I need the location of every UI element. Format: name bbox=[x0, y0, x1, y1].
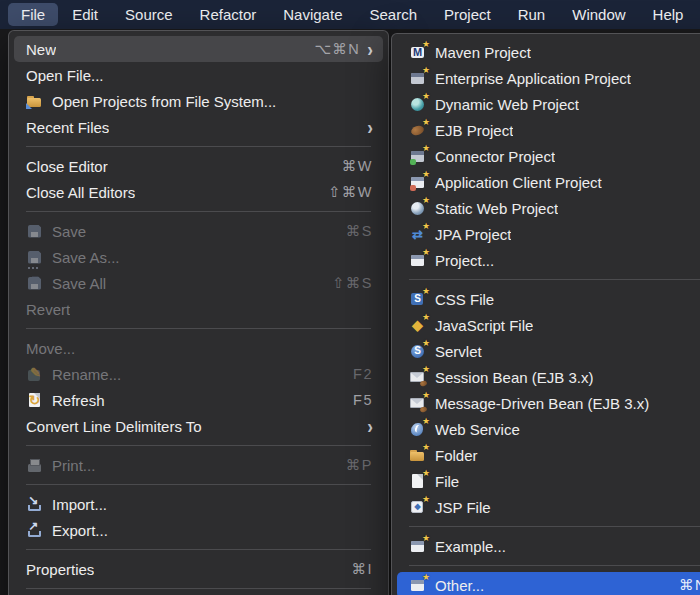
menubar-item-edit[interactable]: Edit bbox=[59, 3, 111, 26]
menubar-item-file[interactable]: File bbox=[8, 3, 58, 26]
print-icon bbox=[26, 457, 43, 474]
enterprise-application-project-icon: ★ bbox=[409, 70, 426, 87]
menubar-item-project[interactable]: Project bbox=[431, 3, 504, 26]
menu-item-maven-project[interactable]: M★Maven Project bbox=[397, 39, 700, 65]
menu-item-export[interactable]: ↗Export... bbox=[14, 517, 383, 543]
shortcut-label: ⇧⌘S bbox=[332, 275, 373, 291]
new-wizard-sparkle-icon: ★ bbox=[422, 391, 430, 400]
shortcut-label: ⌘N bbox=[679, 577, 700, 593]
menu-item-ejb-project[interactable]: ★EJB Project bbox=[397, 117, 700, 143]
menu-item-label: File bbox=[435, 473, 459, 490]
menubar-item-navigate[interactable]: Navigate bbox=[270, 3, 355, 26]
menu-item-web-service[interactable]: ★Web Service bbox=[397, 416, 700, 442]
menu-item-dynamic-web-project[interactable]: ★Dynamic Web Project bbox=[397, 91, 700, 117]
menu-item-close-editor[interactable]: Close Editor⌘W bbox=[14, 153, 383, 179]
menu-item-label: Enterprise Application Project bbox=[435, 70, 631, 87]
save-as-icon bbox=[26, 249, 43, 266]
menubar-item-help[interactable]: Help bbox=[640, 3, 697, 26]
connector-project-icon: ★ bbox=[409, 148, 426, 165]
menu-item-rename: ✎Rename...F2 bbox=[14, 361, 383, 387]
new-wizard-sparkle-icon: ★ bbox=[422, 144, 430, 153]
menu-item-label: Save As... bbox=[52, 249, 120, 266]
menu-item-label: Other... bbox=[435, 577, 484, 594]
menu-item-label: Move... bbox=[26, 340, 75, 357]
menu-separator bbox=[26, 484, 371, 485]
menu-item-close-all-editors[interactable]: Close All Editors⇧⌘W bbox=[14, 179, 383, 205]
shortcut-label: ⌥⌘N bbox=[314, 41, 360, 57]
menubar-item-run[interactable]: Run bbox=[505, 3, 559, 26]
menu-item-javascript-file[interactable]: ◆★JavaScript File bbox=[397, 312, 700, 338]
ejb-project-icon: ★ bbox=[409, 122, 426, 139]
menu-item-label: Save bbox=[52, 223, 86, 240]
menu-item-new[interactable]: New⌥⌘N› bbox=[14, 36, 383, 62]
menu-item-properties[interactable]: Properties⌘I bbox=[14, 556, 383, 582]
menu-item-static-web-project[interactable]: ★Static Web Project bbox=[397, 195, 700, 221]
menu-item-label: Web Service bbox=[435, 421, 520, 438]
menu-item-open-file[interactable]: Open File... bbox=[14, 62, 383, 88]
project-icon: ★ bbox=[409, 252, 426, 269]
menu-separator bbox=[26, 211, 371, 212]
save-all-icon bbox=[26, 275, 43, 292]
menu-item-recent-files[interactable]: Recent Files› bbox=[14, 114, 383, 140]
new-wizard-sparkle-icon: ★ bbox=[422, 40, 430, 49]
menu-item-servlet[interactable]: S★Servlet bbox=[397, 338, 700, 364]
new-wizard-sparkle-icon: ★ bbox=[422, 417, 430, 426]
menu-item-file[interactable]: ★File bbox=[397, 468, 700, 494]
menu-item-refresh[interactable]: ↻RefreshF5 bbox=[14, 387, 383, 413]
menu-item-label: Import... bbox=[52, 496, 107, 513]
menu-item-convert-line-delimiters-to[interactable]: Convert Line Delimiters To› bbox=[14, 413, 383, 439]
menu-item-label: Message-Driven Bean (EJB 3.x) bbox=[435, 395, 649, 412]
message-driven-bean-icon: ★ bbox=[409, 395, 426, 412]
menu-item-enterprise-application-project[interactable]: ★Enterprise Application Project bbox=[397, 65, 700, 91]
menubar-item-search[interactable]: Search bbox=[356, 3, 430, 26]
session-bean-icon: ★ bbox=[409, 369, 426, 386]
menu-item-label: Save All bbox=[52, 275, 106, 292]
dynamic-web-project-icon: ★ bbox=[409, 96, 426, 113]
new-wizard-sparkle-icon: ★ bbox=[422, 196, 430, 205]
menu-item-jsp-file[interactable]: ◆★JSP File bbox=[397, 494, 700, 520]
menu-item-message-driven-bean-ejb-3-x[interactable]: ★Message-Driven Bean (EJB 3.x) bbox=[397, 390, 700, 416]
menubar-item-refactor[interactable]: Refactor bbox=[187, 3, 270, 26]
menu-item-jpa-project[interactable]: ⇄★JPA Project bbox=[397, 221, 700, 247]
menu-item-project[interactable]: ★Project... bbox=[397, 247, 700, 273]
menu-item-connector-project[interactable]: ★Connector Project bbox=[397, 143, 700, 169]
menubar-item-source[interactable]: Source bbox=[112, 3, 186, 26]
menu-item-label: JavaScript File bbox=[435, 317, 533, 334]
shortcut-label: ⌘P bbox=[346, 457, 373, 473]
new-wizard-sparkle-icon: ★ bbox=[422, 339, 430, 348]
menu-item-label: EJB Project bbox=[435, 122, 513, 139]
new-wizard-sparkle-icon: ★ bbox=[422, 365, 430, 374]
menu-separator bbox=[409, 526, 700, 527]
menu-item-label: Revert bbox=[26, 301, 70, 318]
menu-item-other[interactable]: ★Other...⌘N bbox=[397, 572, 700, 595]
menu-item-label: Refresh bbox=[52, 392, 105, 409]
shortcut-label: F2 bbox=[353, 366, 373, 382]
menu-item-label: Export... bbox=[52, 522, 108, 539]
menu-item-revert: Revert bbox=[14, 296, 383, 322]
dots-overlay bbox=[28, 267, 38, 269]
bean-dot-overlay bbox=[419, 380, 427, 387]
menu-item-example[interactable]: ★Example... bbox=[397, 533, 700, 559]
web-service-icon: ★ bbox=[409, 421, 426, 438]
menu-item-label: Servlet bbox=[435, 343, 482, 360]
menu-item-label: Properties bbox=[26, 561, 94, 578]
new-wizard-sparkle-icon: ★ bbox=[422, 313, 430, 322]
menu-item-open-projects-from-file-system[interactable]: Open Projects from File System... bbox=[14, 88, 383, 114]
new-wizard-sparkle-icon: ★ bbox=[422, 443, 430, 452]
menu-bar: FileEditSourceRefactorNavigateSearchProj… bbox=[0, 0, 700, 29]
menu-item-import[interactable]: ↘Import... bbox=[14, 491, 383, 517]
new-wizard-sparkle-icon: ★ bbox=[422, 170, 430, 179]
servlet-icon: S★ bbox=[409, 343, 426, 360]
menu-item-folder[interactable]: ★Folder bbox=[397, 442, 700, 468]
menu-item-application-client-project[interactable]: ★Application Client Project bbox=[397, 169, 700, 195]
menubar-item-window[interactable]: Window bbox=[559, 3, 638, 26]
menu-item-session-bean-ejb-3-x[interactable]: ★Session Bean (EJB 3.x) bbox=[397, 364, 700, 390]
menu-item-label: JSP File bbox=[435, 499, 491, 516]
menu-separator bbox=[26, 588, 371, 589]
menu-separator bbox=[26, 328, 371, 329]
new-wizard-sparkle-icon: ★ bbox=[422, 534, 430, 543]
jpa-project-icon: ⇄★ bbox=[409, 226, 426, 243]
menu-item-css-file[interactable]: S★CSS File bbox=[397, 286, 700, 312]
css-file-icon: S★ bbox=[409, 291, 426, 308]
menu-item-label: Dynamic Web Project bbox=[435, 96, 579, 113]
